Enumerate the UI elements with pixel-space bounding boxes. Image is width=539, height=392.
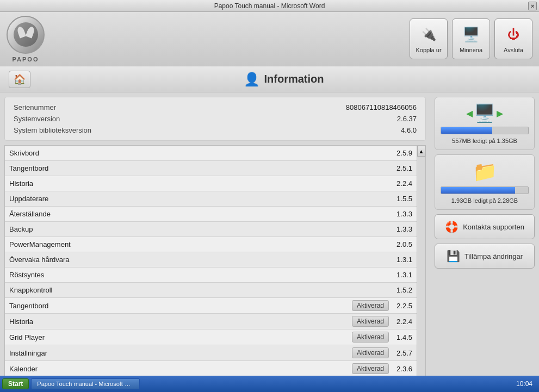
module-version-8: 1.3.1 — [393, 271, 412, 279]
module-version-3: 1.5.5 — [393, 195, 412, 203]
scroll-up-button[interactable]: ▲ — [417, 146, 425, 157]
module-version-7: 1.3.1 — [393, 256, 412, 264]
module-right-6: 2.0.5 — [393, 240, 412, 248]
list-item: Tangentbord Aktiverad 2.2.5 — [5, 298, 417, 314]
module-right-0: 2.5.9 — [393, 149, 412, 157]
module-version-10: 2.2.5 — [393, 302, 412, 310]
disconnect-icon: 🔌 — [419, 25, 438, 45]
usb-storage-text: 557MB ledigt på 1.35GB — [452, 138, 517, 144]
home-button[interactable]: 🏠 — [9, 71, 30, 88]
module-right-3: 1.5.5 — [393, 195, 412, 203]
support-label: Kontakta supporten — [463, 223, 524, 231]
module-name-13: Inställningar — [9, 349, 47, 357]
module-list-container: Skrivbord 2.5.9 Tangentbord 2.5.1 Histor… — [4, 145, 426, 388]
module-version-4: 1.3.3 — [393, 210, 412, 218]
aktiverad-button-11[interactable]: Aktiverad — [352, 316, 389, 327]
memory-label: Minnena — [460, 47, 482, 53]
taskbar-time: 10:04 — [512, 380, 537, 388]
module-name-9: Knappkontroll — [9, 286, 53, 294]
usb-icon-area: ◀ 🖥️ ▶ — [466, 103, 503, 123]
list-item: Historia 2.2.4 — [5, 176, 417, 191]
module-right-5: 1.3.3 — [393, 225, 412, 233]
folder-storage-bar-container — [441, 186, 529, 194]
apply-button[interactable]: 💾 Tillämpa ändringar — [435, 244, 535, 269]
aktiverad-button-10[interactable]: Aktiverad — [352, 300, 389, 311]
libver-label: System biblioteksversion — [14, 126, 91, 134]
module-name-0: Skrivbord — [9, 149, 39, 157]
shutdown-label: Avsluta — [504, 47, 523, 53]
right-arrow-icon: ▶ — [497, 108, 503, 119]
module-name-4: Återställande — [9, 210, 51, 218]
usb-device-icon: 🖥️ — [474, 103, 495, 123]
app-window: PAPOO 🔌 Koppla ur 🖥️ Minnena ⏻ Avsluta 🏠 — [0, 12, 539, 392]
taskbar-item[interactable]: Papoo Touch manual - Microsoft Word — [31, 378, 140, 389]
module-version-14: 2.3.6 — [393, 365, 412, 373]
title-bar: Papoo Touch manual - Microsoft Word ✕ — [0, 0, 539, 12]
module-version-6: 2.0.5 — [393, 240, 412, 248]
list-item: Uppdaterare 1.5.5 — [5, 191, 417, 207]
left-panel: Serienummer 808067110818466056 Systemver… — [0, 92, 430, 392]
right-panel: ◀ 🖥️ ▶ 557MB ledigt på 1.35GB 📁 — [430, 92, 539, 392]
list-item: PowerManagement 2.0.5 — [5, 237, 417, 252]
start-button[interactable]: Start — [2, 378, 29, 389]
title-bar-text: Papoo Touch manual - Microsoft Word — [214, 2, 325, 10]
page-title: Information — [264, 73, 324, 85]
aktiverad-button-14[interactable]: Aktiverad — [352, 363, 389, 374]
list-item: Grid Player Aktiverad 1.4.5 — [5, 329, 417, 345]
module-name-1: Tangentbord — [9, 164, 48, 172]
module-right-10: Aktiverad 2.2.5 — [352, 300, 412, 311]
support-icon: 🛟 — [445, 220, 459, 233]
module-name-2: Historia — [9, 179, 33, 188]
usb-storage-bar — [441, 127, 492, 134]
module-version-0: 2.5.9 — [393, 149, 412, 157]
module-right-1: 2.5.1 — [393, 164, 412, 172]
module-right-7: 1.3.1 — [393, 256, 412, 264]
sysver-value: 2.6.37 — [397, 115, 417, 123]
scrollbar-arrows: ▲ ▼ — [417, 146, 425, 387]
memory-button[interactable]: 🖥️ Minnena — [452, 18, 490, 59]
module-name-7: Övervaka hårdvara — [9, 256, 70, 264]
disconnect-button[interactable]: 🔌 Koppla ur — [410, 18, 448, 59]
usb-storage-bar-container — [441, 127, 529, 134]
aktiverad-button-13[interactable]: Aktiverad — [352, 347, 389, 358]
list-item: Historia Aktiverad 2.2.4 — [5, 314, 417, 329]
module-version-2: 2.2.4 — [393, 179, 412, 188]
list-item: Röstsyntes 1.3.1 — [5, 267, 417, 283]
module-list: Skrivbord 2.5.9 Tangentbord 2.5.1 Histor… — [5, 146, 417, 387]
module-name-11: Historia — [9, 318, 33, 326]
folder-storage-text: 1.93GB ledigt på 2.28GB — [451, 197, 518, 204]
aktiverad-button-12[interactable]: Aktiverad — [352, 332, 389, 343]
folder-storage-bar — [441, 187, 515, 194]
libver-value: 4.6.0 — [401, 126, 417, 134]
module-version-9: 1.5.2 — [393, 286, 412, 294]
module-name-3: Uppdaterare — [9, 195, 48, 203]
info-icon: 👤 — [244, 72, 260, 87]
memory-icon: 🖥️ — [461, 25, 481, 45]
start-label: Start — [8, 380, 23, 388]
home-icon: 🏠 — [14, 74, 26, 85]
module-right-13: Aktiverad 2.5.7 — [352, 347, 412, 358]
module-version-13: 2.5.7 — [393, 349, 412, 357]
info-row-libver: System biblioteksversion 4.6.0 — [14, 125, 417, 136]
page-title-bar: 🏠 👤 Information — [0, 66, 539, 92]
module-version-1: 2.5.1 — [393, 164, 412, 172]
module-right-8: 1.3.1 — [393, 271, 412, 279]
module-version-12: 1.4.5 — [393, 333, 412, 341]
module-right-9: 1.5.2 — [393, 286, 412, 294]
shutdown-button[interactable]: ⏻ Avsluta — [494, 18, 532, 59]
taskbar: Start Papoo Touch manual - Microsoft Wor… — [0, 376, 539, 392]
shutdown-icon: ⏻ — [504, 25, 523, 45]
logo-circle — [7, 16, 45, 54]
module-version-5: 1.3.3 — [393, 225, 412, 233]
list-item: Återställande 1.3.3 — [5, 207, 417, 222]
support-button[interactable]: 🛟 Kontakta supporten — [435, 214, 535, 239]
folder-icon: 📁 — [473, 160, 497, 183]
module-name-10: Tangentbord — [9, 302, 48, 310]
list-item: Knappkontroll 1.5.2 — [5, 283, 417, 298]
usb-storage-card: ◀ 🖥️ ▶ 557MB ledigt på 1.35GB — [435, 97, 535, 150]
list-item: Skrivbord 2.5.9 — [5, 146, 417, 161]
close-icon[interactable]: ✕ — [528, 2, 537, 10]
module-name-5: Backup — [9, 225, 33, 233]
logo-text: PAPOO — [13, 56, 39, 63]
list-item: Kalender Aktiverad 2.3.6 — [5, 361, 417, 377]
